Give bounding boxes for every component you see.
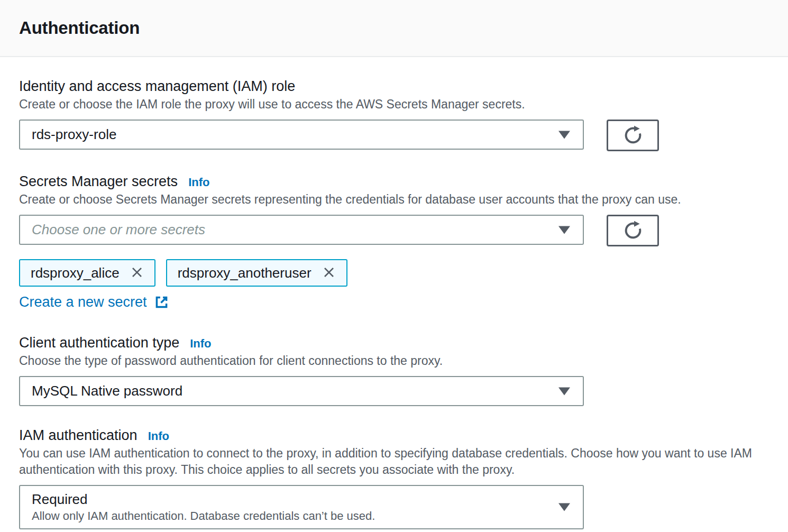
client-auth-label: Client authentication type	[19, 334, 179, 352]
iam-role-field: Identity and access management (IAM) rol…	[19, 77, 774, 151]
iam-role-description: Create or choose the IAM role the proxy …	[19, 96, 774, 113]
caret-down-icon	[558, 387, 570, 395]
iam-auth-selected-description: Allow only IAM authentication. Database …	[32, 509, 375, 523]
close-icon	[129, 264, 145, 282]
create-new-secret-link[interactable]: Create a new secret	[19, 294, 170, 310]
iam-auth-info-link[interactable]: Info	[148, 429, 169, 443]
iam-auth-label: IAM authentication	[19, 426, 138, 444]
caret-down-icon	[558, 131, 570, 139]
caret-down-icon	[558, 503, 570, 511]
secret-token-label: rdsproxy_alice	[31, 265, 120, 281]
remove-secret-button[interactable]	[321, 264, 337, 282]
client-auth-info-link[interactable]: Info	[190, 337, 211, 351]
selected-secrets-tokens: rdsproxy_alice rdsproxy_anotheruser	[19, 259, 774, 287]
secrets-placeholder: Choose one or more secrets	[32, 222, 205, 238]
secrets-multiselect[interactable]: Choose one or more secrets	[19, 215, 584, 245]
iam-role-selected-value: rds-proxy-role	[32, 126, 116, 143]
iam-auth-selected-value: Required	[32, 491, 88, 508]
iam-role-label: Identity and access management (IAM) rol…	[19, 77, 295, 95]
client-auth-description: Choose the type of password authenticati…	[19, 353, 774, 369]
refresh-icon	[622, 125, 644, 146]
secret-token-label: rdsproxy_anotheruser	[178, 265, 311, 281]
remove-secret-button[interactable]	[129, 264, 145, 282]
external-link-icon	[153, 294, 170, 310]
iam-role-select[interactable]: rds-proxy-role	[19, 120, 584, 150]
secret-token: rdsproxy_alice	[19, 259, 155, 287]
client-auth-selected-value: MySQL Native password	[32, 383, 182, 399]
refresh-secrets-button[interactable]	[607, 215, 659, 246]
refresh-iam-roles-button[interactable]	[607, 120, 659, 151]
secrets-description: Create or choose Secrets Manager secrets…	[19, 191, 774, 208]
client-auth-select[interactable]: MySQL Native password	[19, 376, 584, 406]
page-title: Authentication	[19, 18, 140, 38]
refresh-icon	[622, 220, 644, 241]
client-auth-field: Client authentication type Info Choose t…	[19, 334, 774, 406]
iam-auth-field: IAM authentication Info You can use IAM …	[19, 426, 774, 529]
iam-auth-select[interactable]: Required Allow only IAM authentication. …	[19, 485, 584, 529]
authentication-form: Identity and access management (IAM) rol…	[0, 77, 788, 529]
close-icon	[321, 264, 337, 282]
iam-auth-description: You can use IAM authentication to connec…	[19, 445, 759, 478]
secret-token: rdsproxy_anotheruser	[166, 259, 347, 287]
create-new-secret-label: Create a new secret	[19, 294, 147, 310]
secrets-info-link[interactable]: Info	[188, 176, 209, 189]
caret-down-icon	[558, 226, 570, 234]
secrets-label: Secrets Manager secrets	[19, 172, 178, 190]
section-header: Authentication	[0, 0, 788, 57]
secrets-field: Secrets Manager secrets Info Create or c…	[19, 172, 774, 310]
